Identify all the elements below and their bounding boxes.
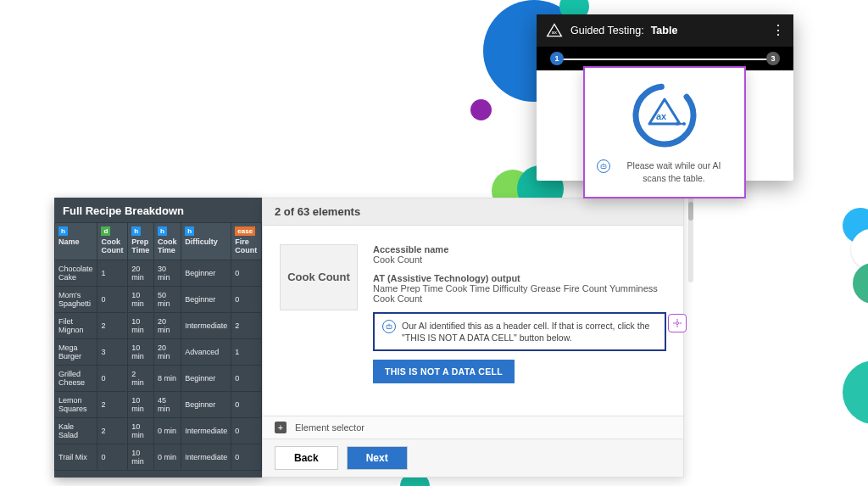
table-cell: 10 min: [128, 339, 154, 366]
table-cell: 10 min: [128, 418, 154, 444]
table-cell: 1: [231, 339, 262, 366]
table-row[interactable]: Filet Mignon210 min20 minIntermediate2: [55, 313, 262, 339]
table-row[interactable]: Mega Burger310 min20 minAdvanced1: [55, 339, 262, 366]
table-cell: 0: [231, 418, 262, 444]
table-cell: Beginner: [181, 260, 231, 287]
table-cell: 0: [231, 366, 262, 392]
table-cell: Mom's Spaghetti: [55, 287, 97, 313]
svg-point-10: [604, 166, 604, 167]
recipe-table: hName dCook Count hPrep Time hCook Time …: [54, 222, 262, 471]
ai-modal-message: Please wait while our AI scans the table…: [597, 159, 732, 185]
element-counter: 2 of 63 elements: [263, 198, 683, 226]
table-cell: 2: [97, 392, 128, 418]
highlight-element-button[interactable]: [668, 314, 687, 332]
table-cell: Beginner: [181, 287, 231, 313]
table-cell: 1: [97, 260, 128, 287]
table-row[interactable]: Grilled Cheese02 min8 minBeginner0: [55, 366, 262, 392]
decor-circle: [470, 99, 492, 120]
table-cell: 10 min: [128, 313, 154, 339]
at-output-label: AT (Assistive Technology) output: [373, 273, 666, 283]
table-cell: 8 min: [153, 366, 181, 392]
table-row[interactable]: Mom's Spaghetti010 min50 minBeginner0: [55, 287, 262, 313]
table-cell: 20 min: [128, 260, 154, 287]
table-cell: 45 min: [153, 392, 181, 418]
table-cell: Filet Mignon: [55, 313, 97, 339]
element-selector-row[interactable]: + Element selector: [263, 416, 683, 439]
accessible-name-label: Accessible name: [373, 244, 666, 254]
not-data-cell-button[interactable]: THIS IS NOT A DATA CELL: [373, 360, 515, 383]
recipe-table-body: Chocolate Cake120 min30 minBeginner0Mom'…: [55, 260, 262, 471]
col-fire-count[interactable]: easeFire Count: [231, 223, 262, 260]
table-cell: 0: [231, 392, 262, 418]
expand-icon: +: [275, 422, 287, 433]
recipe-breakdown-panel: Full Recipe Breakdown hName dCook Count …: [54, 198, 262, 478]
svg-point-13: [388, 327, 389, 327]
table-cell: 30 min: [153, 260, 181, 287]
step-indicator-1: 1: [550, 52, 564, 65]
table-cell: Beginner: [181, 392, 231, 418]
table-row[interactable]: Trail Mix010 min0 minIntermediate0: [55, 444, 262, 471]
table-cell: 10 min: [128, 444, 154, 471]
table-cell: Advanced: [181, 339, 231, 366]
table-cell: Intermediate: [181, 444, 231, 471]
ai-suggestion-text: Our AI identified this as a header cell.…: [402, 320, 657, 344]
col-cook-count[interactable]: dCook Count: [97, 223, 128, 260]
target-icon: [672, 318, 682, 328]
element-selector-label: Element selector: [295, 422, 364, 433]
table-cell: Intermediate: [181, 418, 231, 444]
table-cell: 50 min: [153, 287, 181, 313]
table-cell: 0 min: [153, 418, 181, 444]
table-cell: Chocolate Cake: [55, 260, 97, 287]
table-cell: Lemon Squares: [55, 392, 97, 418]
svg-text:ax: ax: [656, 111, 667, 121]
table-cell: 2: [97, 313, 128, 339]
table-cell: 20 min: [153, 339, 181, 366]
ai-progress-ring-icon: ax: [631, 81, 698, 149]
recipe-panel-title: Full Recipe Breakdown: [54, 198, 262, 222]
guided-title-prefix: Guided Testing:: [570, 25, 644, 36]
element-details-panel: 2 of 63 elements Cook Count Accessible n…: [262, 198, 684, 478]
table-cell: Intermediate: [181, 313, 231, 339]
table-cell: 0: [231, 444, 262, 471]
col-difficulty[interactable]: hDifficulty: [181, 223, 231, 260]
table-row[interactable]: Lemon Squares210 min45 minBeginner0: [55, 392, 262, 418]
decor-circle: [843, 360, 868, 424]
footer-bar: Back Next: [263, 439, 683, 477]
scrollbar[interactable]: [686, 198, 696, 282]
accessible-name-value: Cook Count: [373, 254, 666, 265]
table-cell: Mega Burger: [55, 339, 97, 366]
table-cell: 2: [231, 313, 262, 339]
guided-title-name: Table: [651, 25, 678, 36]
back-button[interactable]: Back: [275, 446, 338, 470]
table-cell: Beginner: [181, 366, 231, 392]
ai-modal-text: Please wait while our AI scans the table…: [615, 159, 732, 185]
recipe-table-head: hName dCook Count hPrep Time hCook Time …: [55, 223, 262, 260]
ai-robot-icon: [382, 320, 396, 333]
svg-point-16: [676, 322, 679, 325]
table-cell: 3: [97, 339, 128, 366]
col-prep-time[interactable]: hPrep Time: [128, 223, 154, 260]
ai-scanning-modal: ax Please wait while our AI scans the ta…: [583, 66, 746, 198]
table-cell: Trail Mix: [55, 444, 97, 471]
table-cell: 2 min: [128, 366, 154, 392]
col-cook-time[interactable]: hCook Time: [153, 223, 181, 260]
guided-testing-header: ax Guided Testing: Table ⋮: [537, 14, 793, 47]
svg-text:ax: ax: [552, 30, 557, 35]
table-cell: 0: [97, 366, 128, 392]
svg-rect-12: [387, 325, 392, 328]
table-cell: 0 min: [153, 444, 181, 471]
svg-point-7: [682, 122, 686, 126]
step-indicator-3: 3: [766, 52, 780, 65]
col-name[interactable]: hName: [55, 223, 97, 260]
cell-preview: Cook Count: [280, 244, 358, 310]
svg-rect-8: [601, 165, 606, 168]
guided-menu-icon[interactable]: ⋮: [771, 24, 785, 37]
table-cell: 0: [97, 287, 128, 313]
table-cell: Grilled Cheese: [55, 366, 97, 392]
table-row[interactable]: Kale Salad210 min0 minIntermediate0: [55, 418, 262, 444]
next-button[interactable]: Next: [347, 446, 408, 470]
svg-point-14: [389, 327, 390, 327]
table-cell: 0: [97, 444, 128, 471]
table-cell: 20 min: [153, 313, 181, 339]
table-row[interactable]: Chocolate Cake120 min30 minBeginner0: [55, 260, 262, 287]
